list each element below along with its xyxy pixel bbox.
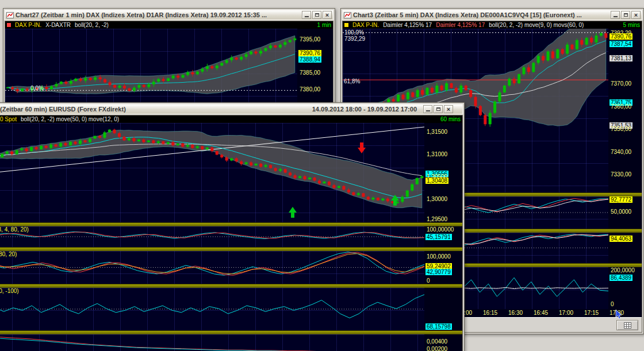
price-label: 94,4063 (610, 236, 632, 242)
close-icon: × (447, 106, 450, 112)
restore-button[interactable] (621, 11, 630, 19)
fib-level-label: 61,8% (344, 78, 360, 84)
price-axis: 7392,297390,767387,547381,137370,007361,… (608, 29, 642, 192)
legend-item: DAX P-IN. (15, 22, 41, 28)
fib-price-label: 7392,29 (344, 36, 365, 42)
close-button[interactable]: × (444, 105, 453, 113)
fib-level-label: 0,0% (30, 85, 44, 91)
legend-item: X-DAXTR (45, 22, 71, 28)
close-icon: × (325, 12, 329, 18)
pointer-icon[interactable] (615, 310, 623, 322)
time-label: 17:15 (584, 310, 599, 316)
indicator-panel-macd[interactable]: 6, 9) (0, 334, 424, 351)
close-button[interactable]: × (323, 11, 332, 19)
indicator-axis: 68,15798 (424, 288, 462, 330)
time-label: 16:15 (483, 310, 497, 316)
timeframe-label: 5 mins (623, 22, 640, 28)
price-axis: 1,315001,310001,305561,305001,304081,300… (424, 123, 462, 222)
titlebar-eurusd[interactable]: (Zeitbar 60 min) EURUSD (Forex FXdirekt)… (0, 104, 463, 114)
indicator-axis: 200,000086,43890 (608, 267, 642, 309)
price-label: 7390,76 (298, 50, 321, 56)
restore-icon (436, 107, 440, 111)
price-label: 1,29500 (425, 216, 448, 222)
price-label: 1,31500 (425, 129, 448, 135)
price-label: 50,0000 (610, 209, 632, 215)
time-label: 16:30 (508, 310, 523, 316)
price-label: 100,00000 (425, 226, 455, 233)
price-label: 7370,00 (610, 80, 632, 87)
restore-button[interactable] (434, 105, 443, 113)
price-label: 92,7772 (610, 196, 632, 203)
eurusd-60min-chart[interactable] (0, 123, 424, 222)
indicator-axis: 92,777250,0000 (608, 196, 642, 229)
minimize-button[interactable] (611, 11, 620, 19)
chart-legend: DAX P-IN.X-DAXTRboll(20, 2, -2)1 min (5, 21, 333, 29)
price-label: 7385,00 (298, 70, 321, 76)
panel-separator (0, 247, 462, 251)
legend-item: Daimler 4,125% 17 (383, 22, 432, 28)
timeframe-label: 60 mins (440, 116, 461, 122)
minimize-icon (305, 16, 309, 17)
table-icon (624, 322, 631, 329)
price-label: 45,15791 (425, 234, 452, 240)
price-label: 42,90779 (425, 269, 452, 275)
minimize-button[interactable] (423, 105, 432, 113)
price-label: 0 (425, 277, 431, 284)
panel-separator (0, 222, 462, 226)
indicator-panel-ergodic[interactable]: ert(13, 4, 80, 20) (0, 226, 424, 247)
price-label: 7340,00 (610, 149, 632, 155)
price-label: 7390,76 (610, 33, 632, 40)
indicator-panel-stochastic[interactable]: 4, 3, 80, 20) (0, 251, 424, 284)
price-label: 1,31000 (425, 151, 448, 157)
price-label: 7330,00 (610, 171, 632, 178)
legend-swatch (344, 23, 348, 27)
chart-legend: 0 Spotboll(20, 2, -2) move(50, 0) move(1… (0, 115, 462, 123)
panel-separator (0, 330, 462, 334)
price-label: 7395,00 (298, 36, 321, 43)
price-label: 7350,00 (610, 126, 632, 132)
timeframe-label: 1 min (317, 22, 331, 28)
price-label: 86,4389 (610, 275, 632, 281)
price-label: 100,0000 (425, 253, 452, 260)
legend-item: Daimler 4,125% 17 (436, 22, 485, 28)
minimize-button[interactable] (302, 11, 311, 19)
price-label: 7381,13 (610, 55, 632, 61)
price-label: 200,0000 (610, 267, 636, 273)
price-label: 0,00400 (425, 338, 448, 345)
legend-item: 0 Spot (0, 116, 17, 122)
price-label: 0,00200 (425, 346, 448, 351)
panel-separator (0, 284, 462, 288)
indicator-axis: 94,4063 (608, 233, 642, 263)
window-eurusd: (Zeitbar 60 min) EURUSD (Forex FXdirekt)… (0, 102, 465, 351)
window-title: Chart3 (Zeitbar 5 min) DAX (Indizes Xetr… (353, 11, 609, 18)
date-range-label: 14.09.2012 18:00 - 19.09.2012 17:00 (312, 106, 417, 113)
indicator-axis: 100,000059,2490242,907790 (424, 251, 462, 284)
restore-button[interactable] (312, 11, 321, 19)
price-label: 7388,94 (298, 56, 321, 63)
chart-window-icon (344, 12, 351, 18)
chart-legend: DAX P-IN.Daimler 4,125% 17Daimler 4,125%… (343, 21, 642, 29)
indicator-axis: 0,004000,00200 (424, 334, 462, 351)
restore-icon (624, 13, 628, 17)
up-arrow-icon (289, 207, 297, 220)
chart-window-icon (6, 12, 14, 18)
legend-item: boll(20, 2, -2) move(50, 0) move(12, 0) (21, 116, 119, 122)
indicator-panel-momentum[interactable]: 0, 100, -100) (0, 288, 424, 330)
indicator-title: 0, 100, -100) (0, 288, 19, 294)
time-label: 16:45 (534, 310, 548, 316)
close-button[interactable]: × (631, 11, 641, 19)
legend-swatch (7, 23, 11, 27)
indicator-title: ert(13, 4, 80, 20) (0, 226, 29, 233)
price-label: 68,15798 (425, 323, 452, 330)
minimize-icon (614, 16, 618, 17)
close-icon: × (634, 12, 638, 18)
window-title: Chart27 (Zeitbar 1 min) DAX (Indizes Xet… (16, 11, 300, 18)
window-title: (Zeitbar 60 min) EURUSD (Forex FXdirekt) (0, 106, 310, 113)
fib-level-label: 100,0% (344, 29, 364, 36)
titlebar-chart27[interactable]: Chart27 (Zeitbar 1 min) DAX (Indizes Xet… (5, 10, 334, 20)
indicator-title: 4, 3, 80, 20) (0, 251, 17, 257)
price-label: 7380,00 (298, 86, 321, 92)
restore-icon (315, 13, 319, 17)
titlebar-chart3[interactable]: Chart3 (Zeitbar 5 min) DAX (Indizes Xetr… (342, 10, 642, 20)
time-label: 17:00 (559, 310, 573, 316)
